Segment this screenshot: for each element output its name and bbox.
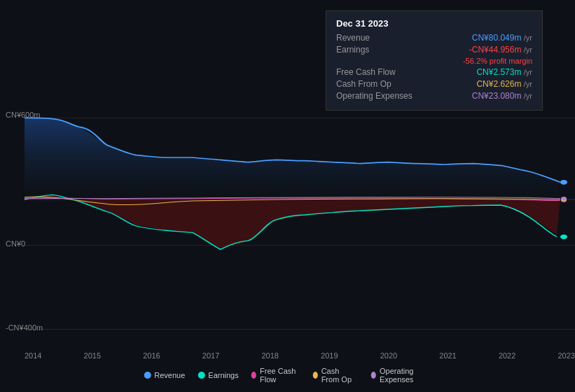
legend-dot-fcf xyxy=(251,372,256,379)
legend-dot-opex xyxy=(371,372,376,379)
cash-from-op-row: Cash From Op CN¥2.626m /yr xyxy=(336,79,532,89)
revenue-value: CN¥80.049m /yr xyxy=(472,33,532,43)
revenue-label: Revenue xyxy=(336,33,413,43)
legend-revenue: Revenue xyxy=(144,371,185,379)
legend-dot-earnings xyxy=(198,372,205,379)
operating-expenses-label: Operating Expenses xyxy=(336,91,413,101)
chart-legend: Revenue Earnings Free Cash Flow Cash Fro… xyxy=(144,367,431,384)
earnings-fill xyxy=(25,195,560,248)
chart-svg xyxy=(0,108,575,332)
earnings-value: -CN¥44.956m /yr xyxy=(469,45,532,55)
earnings-row: Earnings -CN¥44.956m /yr xyxy=(336,45,532,55)
x-axis: 2014 2015 2016 2017 2018 2019 2020 2021 … xyxy=(25,351,575,360)
free-cash-flow-row: Free Cash Flow CN¥2.573m /yr xyxy=(336,67,532,77)
x-label-2021: 2021 xyxy=(439,351,456,360)
legend-label-earnings: Earnings xyxy=(208,371,238,379)
x-label-2014: 2014 xyxy=(25,351,41,360)
legend-earnings: Earnings xyxy=(198,371,238,379)
legend-label-revenue: Revenue xyxy=(154,371,185,379)
revenue-fill xyxy=(25,118,560,200)
x-label-2015: 2015 xyxy=(84,351,101,360)
legend-cash-from-op: Cash From Op xyxy=(312,367,358,384)
x-label-2018: 2018 xyxy=(261,351,278,360)
legend-dot-revenue xyxy=(144,372,151,379)
legend-label-opex: Operating Expenses xyxy=(380,367,431,384)
cash-from-op-value: CN¥2.626m /yr xyxy=(476,79,532,89)
revenue-row: Revenue CN¥80.049m /yr xyxy=(336,33,532,43)
profit-margin-value: -56.2% profit margin xyxy=(463,57,532,65)
info-tooltip: Dec 31 2023 Revenue CN¥80.049m /yr Earni… xyxy=(326,10,543,111)
profit-margin-row: -56.2% profit margin xyxy=(336,57,532,65)
operating-expenses-row: Operating Expenses CN¥23.080m /yr xyxy=(336,91,532,101)
operating-expenses-value: CN¥23.080m /yr xyxy=(472,91,532,101)
earnings-label: Earnings xyxy=(336,45,413,55)
x-label-2017: 2017 xyxy=(202,351,219,360)
legend-free-cash-flow: Free Cash Flow xyxy=(251,367,300,384)
legend-label-fcf: Free Cash Flow xyxy=(260,367,300,384)
x-label-2016: 2016 xyxy=(143,351,160,360)
free-cash-flow-value: CN¥2.573m /yr xyxy=(476,67,532,77)
legend-label-cfo: Cash From Op xyxy=(321,367,359,384)
x-label-2023: 2023 xyxy=(557,351,574,360)
x-label-2019: 2019 xyxy=(321,351,338,360)
cash-from-op-label: Cash From Op xyxy=(336,79,413,89)
earnings-dot xyxy=(560,234,567,239)
legend-operating-expenses: Operating Expenses xyxy=(371,367,431,384)
x-label-2020: 2020 xyxy=(380,351,397,360)
x-label-2022: 2022 xyxy=(499,351,515,360)
revenue-dot xyxy=(560,180,567,185)
opex-dot xyxy=(561,197,567,200)
tooltip-date: Dec 31 2023 xyxy=(336,18,532,29)
legend-dot-cfo xyxy=(312,372,317,379)
free-cash-flow-label: Free Cash Flow xyxy=(336,67,413,77)
